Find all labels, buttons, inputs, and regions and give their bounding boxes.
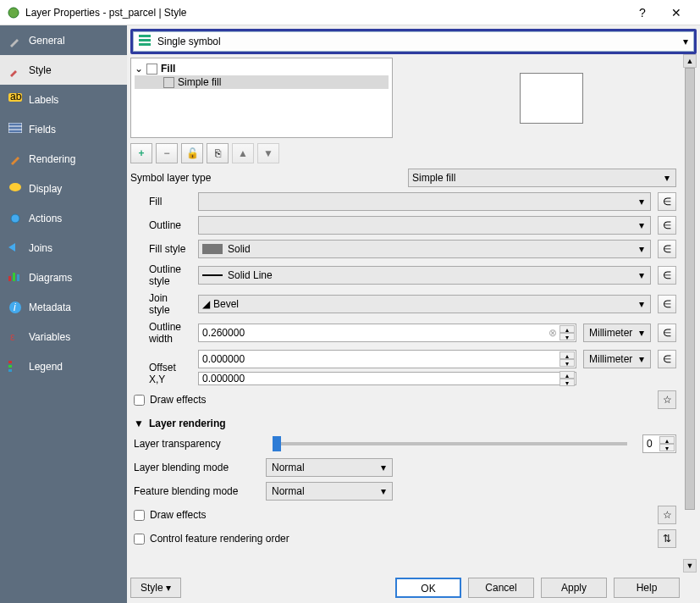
scroll-up-icon[interactable]: ▲ [683, 54, 697, 68]
remove-button[interactable]: − [156, 143, 178, 163]
sidebar-tab-legend[interactable]: Legend [0, 351, 127, 381]
slider-thumb[interactable] [273, 436, 281, 451]
move-down-button[interactable]: ▼ [257, 143, 279, 163]
select-value: Solid Line [228, 269, 273, 281]
spin-down-icon[interactable]: ▾ [659, 444, 675, 451]
epsilon-icon: ε [8, 330, 22, 344]
sidebar-label: Variables [29, 331, 70, 343]
data-defined-button[interactable]: ∈ [658, 216, 676, 235]
spin-up-icon[interactable]: ▴ [559, 325, 575, 333]
chevron-down-icon: ▾ [635, 269, 648, 281]
clear-icon[interactable]: ⊗ [548, 327, 557, 339]
symbol-layer-type-select[interactable]: Simple fill▾ [408, 169, 676, 187]
svg-rect-18 [139, 39, 151, 41]
fillstyle-select[interactable]: Solid▾ [198, 240, 651, 258]
help-button[interactable]: Help [614, 578, 680, 598]
outline-color-button[interactable]: ▾ [198, 216, 651, 235]
chevron-down-icon: ▾ [635, 298, 648, 310]
expression-icon: ∈ [663, 269, 671, 281]
content-panel: Single symbol ▾ ⌄ Fill Simple fill + − [127, 25, 700, 603]
svg-rect-15 [8, 365, 12, 368]
titlebar: Layer Properties - pst_parcel | Style [0, 0, 700, 25]
lock-button[interactable]: 🔓 [181, 143, 203, 163]
sidebar-tab-labels[interactable]: abcLabels [0, 85, 127, 114]
renderer-dropdown[interactable]: Single symbol ▾ [133, 31, 694, 52]
vertical-scrollbar[interactable]: ▲ ▼ [683, 54, 697, 573]
sidebar-tab-variables[interactable]: εVariables [0, 322, 127, 351]
tree-root[interactable]: ⌄ Fill [135, 62, 389, 75]
effects-button[interactable]: ☆ [658, 390, 676, 409]
symbol-tree[interactable]: ⌄ Fill Simple fill [130, 58, 393, 138]
expression-icon: ∈ [663, 353, 671, 365]
bevel-icon: ◢ [202, 298, 210, 310]
wrench-icon [8, 34, 22, 47]
sidebar-tab-style[interactable]: Style [0, 55, 127, 85]
swatch-icon [146, 64, 157, 75]
draw-effects2-checkbox[interactable] [134, 510, 145, 521]
fill-color-button[interactable]: ▾ [198, 192, 651, 211]
draw-effects-checkbox[interactable] [134, 395, 145, 406]
spin-down-icon[interactable]: ▾ [559, 379, 575, 386]
move-up-button[interactable]: ▲ [232, 143, 254, 163]
chevron-down-icon: ▾ [635, 327, 648, 339]
ok-button[interactable]: OK [395, 578, 461, 598]
layer-blending-label: Layer blending mode [130, 462, 257, 473]
spin-down-icon[interactable]: ▾ [559, 359, 575, 367]
effects2-button[interactable]: ☆ [658, 506, 676, 524]
layer-rendering-header[interactable]: ▼Layer rendering [134, 418, 676, 429]
scrollbar-thumb[interactable] [685, 68, 695, 510]
outlinewidth-input[interactable]: 0.260000⊗▴▾ [198, 324, 576, 342]
data-defined-button[interactable]: ∈ [658, 240, 676, 258]
add-button[interactable]: + [130, 143, 152, 163]
input-value: 0 [647, 438, 653, 450]
feature-blending-label: Feature blending mode [130, 485, 257, 497]
style-menu-button[interactable]: Style ▾ [130, 578, 181, 598]
control-order-checkbox[interactable] [134, 534, 145, 545]
help-button[interactable] [626, 0, 659, 25]
checkbox-label: Control feature rendering order [150, 533, 289, 545]
outlinestyle-select[interactable]: Solid Line▾ [198, 266, 651, 285]
spin-down-icon[interactable]: ▾ [559, 333, 575, 340]
order-button[interactable]: ⇅ [658, 529, 676, 548]
feature-blending-select[interactable]: Normal▾ [266, 482, 393, 501]
symbol-preview [520, 73, 583, 124]
close-button[interactable] [659, 0, 693, 25]
transparency-label: Layer transparency [130, 438, 257, 450]
sidebar-tab-general[interactable]: General [0, 25, 127, 55]
scroll-down-icon[interactable]: ▼ [683, 559, 697, 573]
sidebar-tab-rendering[interactable]: Rendering [0, 144, 127, 174]
data-defined-button[interactable]: ∈ [658, 266, 676, 285]
info-icon: i [8, 301, 22, 314]
joinstyle-select[interactable]: ◢Bevel▾ [198, 295, 651, 313]
data-defined-button[interactable]: ∈ [658, 350, 676, 368]
sidebar-tab-metadata[interactable]: iMetadata [0, 292, 127, 322]
expand-icon[interactable]: ⌄ [135, 63, 143, 75]
layer-blending-select[interactable]: Normal▾ [266, 458, 393, 477]
data-defined-button[interactable]: ∈ [658, 324, 676, 342]
sidebar-tab-fields[interactable]: Fields [0, 114, 127, 144]
duplicate-button[interactable]: ⎘ [207, 143, 229, 163]
triangle-down-icon: ▼ [263, 147, 273, 159]
symbol-toolbar: + − 🔓 ⎘ ▲ ▼ [130, 143, 697, 163]
sidebar-label: Style [29, 64, 52, 76]
offset-y-input[interactable]: 0.000000▴▾ [198, 372, 576, 385]
cancel-button[interactable]: Cancel [468, 578, 534, 598]
outlinewidth-unit-select[interactable]: Millimeter▾ [583, 324, 651, 342]
sidebar-tab-diagrams[interactable]: Diagrams [0, 263, 127, 292]
spin-up-icon[interactable]: ▴ [559, 371, 575, 379]
table-icon [8, 123, 22, 136]
transparency-slider[interactable] [273, 442, 627, 445]
tree-child[interactable]: Simple fill [135, 75, 389, 89]
data-defined-button[interactable]: ∈ [658, 295, 676, 313]
offset-unit-select[interactable]: Millimeter▾ [583, 350, 651, 368]
apply-button[interactable]: Apply [541, 578, 607, 598]
spin-up-icon[interactable]: ▴ [659, 436, 675, 444]
swatch-icon [163, 77, 174, 88]
offset-x-input[interactable]: 0.000000▴▾ [198, 350, 576, 368]
spin-up-icon[interactable]: ▴ [559, 351, 575, 359]
sidebar-tab-actions[interactable]: Actions [0, 203, 127, 233]
sidebar-tab-joins[interactable]: Joins [0, 233, 127, 263]
transparency-input[interactable]: 0▴▾ [642, 434, 676, 453]
data-defined-button[interactable]: ∈ [658, 192, 676, 211]
sidebar-tab-display[interactable]: Display [0, 174, 127, 203]
